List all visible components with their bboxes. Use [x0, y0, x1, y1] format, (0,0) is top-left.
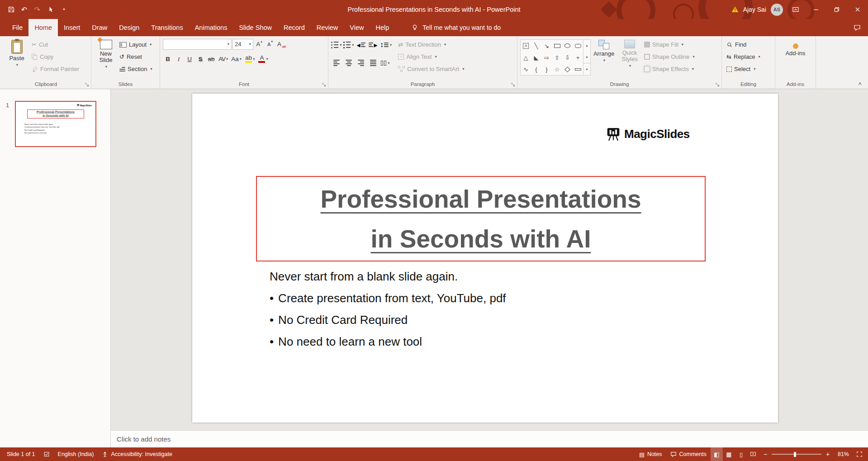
tab-help[interactable]: Help	[370, 19, 395, 36]
arrow-down-shape[interactable]: ⇩	[565, 54, 570, 61]
ribbon-shape[interactable]	[575, 68, 581, 71]
italic-button[interactable]: I	[174, 53, 184, 65]
tab-transitions[interactable]: Transitions	[145, 19, 189, 36]
slide-canvas[interactable]: MagicSlides Professional Presentations i…	[192, 94, 778, 423]
normal-view-button[interactable]: ◧	[711, 447, 723, 461]
character-spacing-button[interactable]: AV ▾	[217, 53, 229, 65]
reset-button[interactable]: ↺ Reset	[118, 51, 154, 63]
decrease-font-size-button[interactable]: A ▾	[265, 38, 275, 50]
feedback-button[interactable]	[854, 19, 861, 36]
shape-outline-button[interactable]: Shape Outline ▾	[642, 51, 697, 63]
increase-font-size-button[interactable]: A ▴	[254, 38, 264, 50]
tab-view[interactable]: View	[344, 19, 370, 36]
gallery-more-button[interactable]: ▼	[583, 63, 590, 75]
close-button[interactable]	[847, 0, 868, 19]
fit-to-window-button[interactable]	[853, 447, 865, 461]
undo-button[interactable]: ↶	[18, 0, 31, 19]
align-center-button[interactable]	[343, 57, 354, 68]
dialog-launcher-icon[interactable]	[715, 82, 720, 87]
comments-toggle-button[interactable]: Comments	[666, 447, 711, 461]
font-size-combobox[interactable]: 24 ▾	[232, 39, 253, 50]
tab-design[interactable]: Design	[113, 19, 145, 36]
save-button[interactable]	[5, 0, 18, 19]
shape-effects-button[interactable]: Shape Effects ▾	[642, 63, 697, 75]
arrange-button[interactable]: Arrange ▾	[591, 38, 617, 62]
arrow-up-shape[interactable]: ⇧	[555, 54, 560, 61]
left-brace-shape[interactable]: {	[535, 66, 537, 73]
zoom-slider-handle[interactable]	[794, 452, 796, 457]
tab-insert[interactable]: Insert	[58, 19, 86, 36]
text-highlight-button[interactable]: ab ▾	[244, 53, 256, 65]
text-direction-button[interactable]: ⇄ Text Direction ▾	[396, 38, 466, 51]
arrow-shape[interactable]: ↘	[544, 43, 549, 49]
triangle-shape[interactable]: △	[524, 54, 528, 61]
language-indicator[interactable]: English (India)	[54, 447, 98, 461]
zoom-out-button[interactable]: −	[762, 451, 768, 458]
justify-button[interactable]	[368, 57, 379, 68]
align-right-button[interactable]	[356, 57, 366, 68]
rectangle-shape[interactable]	[554, 44, 560, 48]
increase-indent-button[interactable]: ▸	[368, 39, 379, 50]
text-box-shape[interactable]: A	[523, 43, 529, 49]
find-button[interactable]: Find	[725, 38, 762, 51]
tab-draw[interactable]: Draw	[86, 19, 113, 36]
tab-file[interactable]: File	[6, 19, 28, 36]
oval-shape[interactable]	[564, 43, 570, 48]
font-name-combobox[interactable]: ▾	[163, 39, 232, 50]
warning-icon[interactable]	[731, 6, 739, 13]
quick-styles-button[interactable]: Quick Styles ▾	[617, 38, 642, 68]
gallery-down-button[interactable]: ▼	[583, 52, 590, 63]
line-spacing-button[interactable]: ↕ ▾	[380, 39, 392, 50]
numbering-button[interactable]: ▾	[343, 39, 354, 50]
spellcheck-button[interactable]	[39, 447, 54, 461]
user-name[interactable]: Ajay Sai	[743, 6, 766, 13]
collapse-ribbon-button[interactable]: ˄	[858, 81, 862, 87]
slide-thumbnail[interactable]: MagicSlides Professional Presentations i…	[15, 101, 96, 147]
reading-view-button[interactable]: ▯	[735, 447, 747, 461]
columns-button[interactable]: ▾	[380, 57, 391, 68]
underline-button[interactable]: U	[185, 53, 194, 65]
diamond-shape[interactable]	[564, 67, 570, 72]
slide-editor-area[interactable]: MagicSlides Professional Presentations i…	[111, 89, 868, 430]
slide-indicator[interactable]: Slide 1 of 1	[3, 447, 39, 461]
new-slide-button[interactable]: New Slide ▾	[94, 38, 118, 69]
layout-button[interactable]: Layout ▾	[118, 38, 154, 51]
dialog-launcher-icon[interactable]	[322, 82, 326, 87]
slide-sorter-view-button[interactable]: ▦	[723, 447, 735, 461]
slide-title-textbox[interactable]: Professional Presentations in Seconds wi…	[256, 176, 706, 261]
rounded-rectangle-shape[interactable]	[575, 44, 581, 48]
star-shape[interactable]: ☆	[555, 66, 560, 73]
tab-animations[interactable]: Animations	[189, 19, 233, 36]
text-shadow-button[interactable]: S	[195, 53, 205, 65]
restore-button[interactable]	[826, 0, 847, 19]
slideshow-view-button[interactable]	[747, 447, 759, 461]
tab-review[interactable]: Review	[311, 19, 344, 36]
addins-button[interactable]: Add-ins	[782, 38, 809, 57]
notes-pane[interactable]: Click to add notes	[111, 430, 868, 447]
zoom-in-button[interactable]: +	[825, 451, 831, 458]
right-triangle-shape[interactable]: ◣	[534, 54, 539, 61]
zoom-slider[interactable]	[772, 454, 821, 455]
section-button[interactable]: Section ▾	[118, 63, 154, 75]
right-brace-shape[interactable]: }	[545, 66, 547, 73]
gallery-up-button[interactable]: ▲	[583, 40, 590, 52]
clear-formatting-button[interactable]: A	[276, 38, 287, 50]
select-button[interactable]: Select ▾	[725, 63, 762, 75]
customize-qat-button[interactable]: ▾	[57, 0, 70, 19]
cut-button[interactable]: ✂ Cut	[30, 38, 81, 51]
bullets-button[interactable]: ▾	[331, 39, 342, 50]
tab-home[interactable]: Home	[28, 19, 58, 36]
tab-record[interactable]: Record	[278, 19, 311, 36]
replace-button[interactable]: ⇆ Replace ▾	[725, 51, 762, 63]
align-left-button[interactable]	[331, 57, 342, 68]
minimize-button[interactable]	[806, 0, 826, 19]
ribbon-display-options-button[interactable]	[792, 6, 799, 13]
change-case-button[interactable]: Aa ▾	[230, 53, 243, 65]
decrease-indent-button[interactable]: ◂	[356, 39, 366, 50]
dialog-launcher-icon[interactable]	[85, 82, 89, 87]
line-shape[interactable]: ╲	[535, 43, 538, 49]
touch-mode-button[interactable]	[44, 0, 57, 19]
notes-toggle-button[interactable]: ▤ Notes	[635, 447, 666, 461]
redo-button[interactable]: ↷	[31, 0, 44, 19]
tab-slide-show[interactable]: Slide Show	[233, 19, 278, 36]
